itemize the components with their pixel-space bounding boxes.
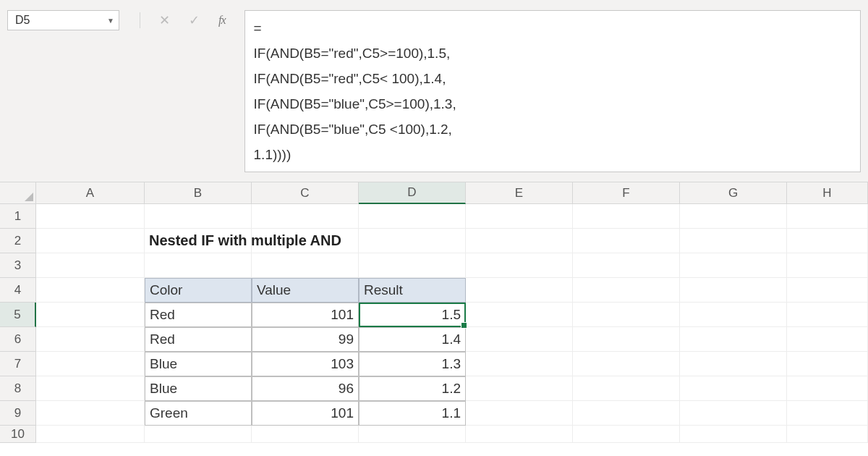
- cell-B8[interactable]: Blue: [145, 376, 252, 401]
- cell-E10[interactable]: [466, 426, 573, 443]
- col-header-C[interactable]: C: [252, 182, 359, 204]
- cell-D6[interactable]: 1.4: [359, 327, 466, 352]
- cell-B2[interactable]: Nested IF with multiple AND: [145, 229, 252, 253]
- cell-C8[interactable]: 96: [252, 376, 359, 401]
- cell-H7[interactable]: [787, 352, 868, 376]
- row-header-6[interactable]: 6: [0, 327, 36, 352]
- cell-F9[interactable]: [573, 401, 680, 426]
- cell-E6[interactable]: [466, 327, 573, 352]
- grid[interactable]: Nested IF with multiple AND Color Value …: [36, 204, 868, 443]
- cell-D5[interactable]: 1.5: [359, 303, 466, 327]
- cell-B1[interactable]: [145, 204, 252, 229]
- select-all-triangle[interactable]: [0, 182, 36, 204]
- cell-D3[interactable]: [359, 253, 466, 278]
- cancel-icon[interactable]: ✕: [159, 12, 170, 28]
- row-header-9[interactable]: 9: [0, 401, 36, 426]
- cell-D8[interactable]: 1.2: [359, 376, 466, 401]
- cell-G7[interactable]: [680, 352, 787, 376]
- formula-bar[interactable]: = IF(AND(B5="red",C5>=100),1.5, IF(AND(B…: [244, 10, 861, 172]
- cell-C5[interactable]: 101: [252, 303, 359, 327]
- col-header-F[interactable]: F: [573, 182, 680, 204]
- cell-E1[interactable]: [466, 204, 573, 229]
- cell-H4[interactable]: [787, 278, 868, 303]
- cell-C4[interactable]: Value: [252, 278, 359, 303]
- cell-C1[interactable]: [252, 204, 359, 229]
- cell-H3[interactable]: [787, 253, 868, 278]
- cell-B3[interactable]: [145, 253, 252, 278]
- cell-C6[interactable]: 99: [252, 327, 359, 352]
- cell-B5[interactable]: Red: [145, 303, 252, 327]
- cell-C3[interactable]: [252, 253, 359, 278]
- row-header-8[interactable]: 8: [0, 376, 36, 401]
- row-header-3[interactable]: 3: [0, 253, 36, 278]
- caret-down-icon[interactable]: ▼: [107, 17, 114, 25]
- enter-icon[interactable]: ✓: [189, 12, 200, 28]
- cell-A10[interactable]: [36, 426, 145, 443]
- cell-A2[interactable]: [36, 229, 145, 253]
- cell-F2[interactable]: [573, 229, 680, 253]
- cell-H8[interactable]: [787, 376, 868, 401]
- cell-E9[interactable]: [466, 401, 573, 426]
- cell-A8[interactable]: [36, 376, 145, 401]
- cell-D10[interactable]: [359, 426, 466, 443]
- cell-A6[interactable]: [36, 327, 145, 352]
- cell-F1[interactable]: [573, 204, 680, 229]
- row-header-2[interactable]: 2: [0, 229, 36, 253]
- cell-H10[interactable]: [787, 426, 868, 443]
- cell-D4[interactable]: Result: [359, 278, 466, 303]
- cell-F6[interactable]: [573, 327, 680, 352]
- cell-G5[interactable]: [680, 303, 787, 327]
- cell-A5[interactable]: [36, 303, 145, 327]
- fx-icon[interactable]: fx: [218, 14, 226, 27]
- cell-A7[interactable]: [36, 352, 145, 376]
- row-header-4[interactable]: 4: [0, 278, 36, 303]
- cell-G1[interactable]: [680, 204, 787, 229]
- cell-F5[interactable]: [573, 303, 680, 327]
- col-header-G[interactable]: G: [680, 182, 787, 204]
- cell-G2[interactable]: [680, 229, 787, 253]
- cell-E8[interactable]: [466, 376, 573, 401]
- cell-C2[interactable]: [252, 229, 359, 253]
- cell-F4[interactable]: [573, 278, 680, 303]
- col-header-B[interactable]: B: [145, 182, 252, 204]
- cell-C7[interactable]: 103: [252, 352, 359, 376]
- cell-H2[interactable]: [787, 229, 868, 253]
- cell-A3[interactable]: [36, 253, 145, 278]
- cell-C10[interactable]: [252, 426, 359, 443]
- cell-G8[interactable]: [680, 376, 787, 401]
- cell-E4[interactable]: [466, 278, 573, 303]
- row-header-10[interactable]: 10: [0, 426, 36, 443]
- cell-E2[interactable]: [466, 229, 573, 253]
- cell-B7[interactable]: Blue: [145, 352, 252, 376]
- cell-E7[interactable]: [466, 352, 573, 376]
- cell-H9[interactable]: [787, 401, 868, 426]
- cell-A4[interactable]: [36, 278, 145, 303]
- cell-F3[interactable]: [573, 253, 680, 278]
- cell-A9[interactable]: [36, 401, 145, 426]
- cell-D7[interactable]: 1.3: [359, 352, 466, 376]
- row-header-5[interactable]: 5: [0, 303, 36, 327]
- cell-E5[interactable]: [466, 303, 573, 327]
- cell-B9[interactable]: Green: [145, 401, 252, 426]
- col-header-A[interactable]: A: [36, 182, 145, 204]
- cell-A1[interactable]: [36, 204, 145, 229]
- name-box[interactable]: D5 ▼: [7, 10, 119, 30]
- row-header-1[interactable]: 1: [0, 204, 36, 229]
- col-header-D[interactable]: D: [359, 182, 466, 204]
- cell-G6[interactable]: [680, 327, 787, 352]
- cell-B6[interactable]: Red: [145, 327, 252, 352]
- cell-D2[interactable]: [359, 229, 466, 253]
- col-header-E[interactable]: E: [466, 182, 573, 204]
- cell-C9[interactable]: 101: [252, 401, 359, 426]
- cell-H5[interactable]: [787, 303, 868, 327]
- cell-H1[interactable]: [787, 204, 868, 229]
- cell-G3[interactable]: [680, 253, 787, 278]
- cell-B10[interactable]: [145, 426, 252, 443]
- cell-G4[interactable]: [680, 278, 787, 303]
- cell-D9[interactable]: 1.1: [359, 401, 466, 426]
- cell-F7[interactable]: [573, 352, 680, 376]
- cell-G10[interactable]: [680, 426, 787, 443]
- cell-H6[interactable]: [787, 327, 868, 352]
- cell-B4[interactable]: Color: [145, 278, 252, 303]
- cell-E3[interactable]: [466, 253, 573, 278]
